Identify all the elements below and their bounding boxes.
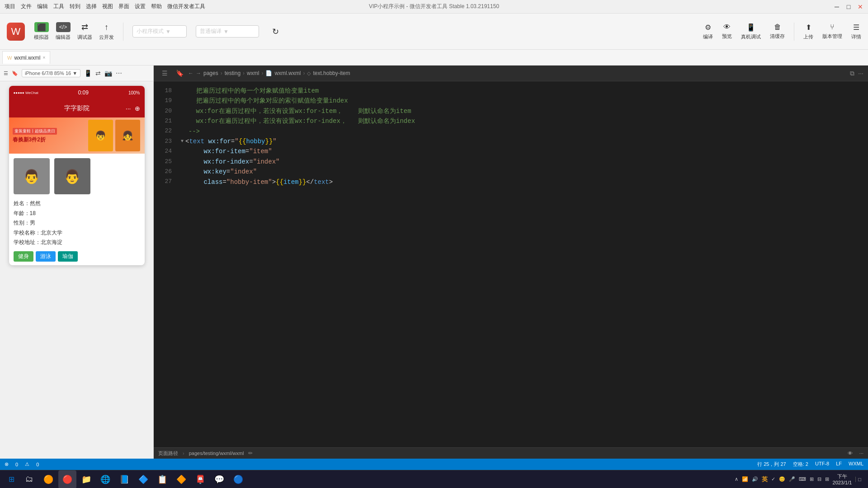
refresh-button[interactable]: ↻ (268, 27, 283, 37)
more-breadcrumb-icon[interactable]: ··· (858, 70, 863, 77)
tab-close-button[interactable]: × (42, 55, 45, 60)
taskbar-right: ∧ 📶 🔊 英 ✓ 😊 🎤 ⌨ ⊞ ⊟ ⊞ 下午 2023/1/1 □ (735, 473, 866, 485)
back-icon[interactable]: ← (188, 70, 193, 76)
taskbar-app-clipboard[interactable]: 📋 (153, 470, 171, 488)
taskbar-app-book[interactable]: 📘 (115, 470, 133, 488)
menu-item-select[interactable]: 选择 (86, 3, 97, 10)
outline-icon[interactable]: ☰ (158, 67, 171, 80)
taskbar-app-red[interactable]: 🔴 (58, 470, 76, 488)
line-num-27: 27 (154, 177, 172, 187)
window-controls[interactable]: ─ □ ✕ (834, 4, 863, 10)
breadcrumb-testing[interactable]: testing (225, 70, 241, 76)
bookmark-editor-icon[interactable]: 🔖 (173, 67, 186, 80)
grid-icon-2: ⊟ (817, 476, 821, 482)
upload-button[interactable]: ⬆ 上传 (803, 23, 813, 40)
taskbar-app-folder[interactable]: 📁 (77, 470, 95, 488)
taskbar-tray-up[interactable]: ∧ (735, 476, 738, 482)
rotate-icon[interactable]: ⇄ (95, 70, 101, 77)
more-icon[interactable]: ⋯ (116, 70, 122, 77)
forward-icon[interactable]: → (196, 70, 201, 76)
minimize-button[interactable]: ─ (834, 4, 840, 10)
hamburger-icon[interactable]: ☰ (4, 70, 8, 76)
real-device-button[interactable]: 📱 真机调试 (741, 23, 761, 40)
cloud-icon: ↑ (99, 22, 114, 32)
indent-25 (181, 157, 203, 167)
page-path-edit-icon[interactable]: ✏ (248, 450, 253, 456)
menu-item-view[interactable]: 视图 (102, 3, 113, 10)
end-tag-text: text (314, 177, 329, 187)
editor-icon: </> (56, 22, 71, 32)
symbol-icon: ◇ (307, 70, 311, 76)
detail-button[interactable]: ☰ 详情 (851, 23, 861, 40)
bookmark-icon[interactable]: 🔖 (12, 70, 18, 76)
toolbar-right: ⚙ 编译 👁 预览 📱 真机调试 🗑 清缓存 ⬆ 上传 ⑂ 版本管理 ☰ 详情 (703, 23, 861, 41)
file-type-icon: 📄 (265, 70, 272, 76)
debugger-button[interactable]: ⇄ 调试器 (77, 22, 92, 41)
taskbar-apps: 🗂 🟠 🔴 📁 🌐 📘 🔷 📋 🔶 📮 💬 🔵 (20, 470, 735, 488)
menu-item-file[interactable]: 文件 (21, 3, 32, 10)
screenshot-icon[interactable]: 📷 (104, 70, 112, 77)
device-select[interactable]: iPhone 6/7/8 85% 16 ▼ (22, 69, 80, 77)
taskbar-app-blue[interactable]: 🔵 (229, 470, 247, 488)
taskbar-app-files[interactable]: 🗂 (20, 470, 38, 488)
toolbar-buttons: ⬛ 模拟器 </> 编辑器 ⇄ 调试器 ↑ 云开发 (34, 22, 114, 41)
taskbar-clock[interactable]: 下午 2023/1/1 (833, 473, 852, 485)
simulator-panel: ☰ 🔖 iPhone 6/7/8 85% 16 ▼ 📱 ⇄ 📷 ⋯ ●●●●● … (0, 66, 154, 459)
editor-button[interactable]: </> 编辑器 (56, 22, 71, 41)
eq-27: = (222, 177, 226, 187)
clear-cache-button[interactable]: 🗑 清缓存 (770, 23, 785, 40)
collapse-arrow[interactable]: ▼ (181, 138, 184, 145)
breadcrumb-symbol[interactable]: text.hobby-item (313, 70, 350, 76)
preview-toggle-icon[interactable]: 👁 (848, 450, 853, 456)
banner-images: 👦 👧 (88, 120, 140, 151)
menu-item-edit[interactable]: 编辑 (37, 3, 48, 10)
menu-item-settings[interactable]: 设置 (135, 3, 146, 10)
breadcrumb-sep-4: › (303, 70, 305, 76)
taskbar-app-diamond[interactable]: 🔷 (134, 470, 152, 488)
compile-action-button[interactable]: ⚙ 编译 (703, 23, 713, 40)
taskbar-app-chat[interactable]: 💬 (210, 470, 228, 488)
taskbar-app-mail[interactable]: 📮 (191, 470, 209, 488)
menu-bar[interactable]: 项目 文件 编辑 工具 转到 选择 视图 界面 设置 帮助 微信开发者工具 (5, 3, 205, 10)
code-editor[interactable]: 18 19 20 21 22 23 24 25 26 27 把遍历过程中的每一个… (154, 81, 868, 447)
breadcrumb-file[interactable]: wxml.wxml (274, 70, 301, 76)
mode-select[interactable]: 小程序模式 ▼ (132, 25, 187, 38)
page-path-label: 页面路径 (158, 450, 178, 457)
show-desktop-icon[interactable]: □ (855, 477, 861, 482)
mobile-icon[interactable]: 📱 (84, 70, 92, 77)
taskbar-app-browser[interactable]: 🌐 (96, 470, 114, 488)
split-editor-icon[interactable]: ⧉ (850, 70, 854, 77)
chevron-down-icon-3: ▼ (72, 70, 77, 76)
breadcrumb-wxml-folder[interactable]: wxml (247, 70, 259, 76)
cloud-button[interactable]: ↑ 云开发 (99, 22, 114, 41)
taskbar-app-yellow[interactable]: 🔶 (172, 470, 190, 488)
attr-wxfor-item: wx:for-item (203, 146, 245, 156)
attr-wxkey: wx:key (203, 167, 226, 177)
str-key-index: "index" (230, 167, 257, 177)
indent-26 (181, 167, 203, 177)
breadcrumb-pages[interactable]: pages (203, 70, 218, 76)
avatar-item-1: 👨 (14, 158, 50, 194)
line-num-24: 24 (154, 146, 172, 156)
taskbar-app-orange[interactable]: 🟠 (39, 470, 57, 488)
start-button[interactable]: ⊞ (2, 473, 20, 486)
menu-item-interface[interactable]: 界面 (118, 3, 129, 10)
close-circle-icon: ⊕ (135, 105, 140, 112)
preview-button[interactable]: 👁 预览 (722, 23, 732, 40)
menu-item-help[interactable]: 帮助 (151, 3, 162, 10)
file-tab[interactable]: W wxml.wxml × (2, 51, 50, 64)
menu-item-tools[interactable]: 工具 (53, 3, 64, 10)
phone-time: 0:09 (78, 89, 89, 96)
menu-item-wechat[interactable]: 微信开发者工具 (167, 3, 205, 10)
maximize-button[interactable]: □ (845, 4, 852, 10)
version-button[interactable]: ⑂ 版本管理 (822, 23, 842, 40)
simulator-button[interactable]: ⬛ 模拟器 (34, 22, 49, 41)
more-path-icon[interactable]: ··· (859, 450, 863, 456)
line-num-23: 23 (154, 136, 172, 146)
cursor-position: 行 25，列 27 (757, 461, 786, 468)
compile-select[interactable]: 普通编译 ▼ (196, 25, 259, 38)
close-button[interactable]: ✕ (857, 4, 863, 10)
menu-item-project[interactable]: 项目 (5, 3, 15, 10)
code-content[interactable]: 把遍历过程中的每一个对象赋值给变量item 把遍历过程中的每个对象对应的索引赋值… (176, 81, 868, 447)
menu-item-goto[interactable]: 转到 (70, 3, 80, 10)
